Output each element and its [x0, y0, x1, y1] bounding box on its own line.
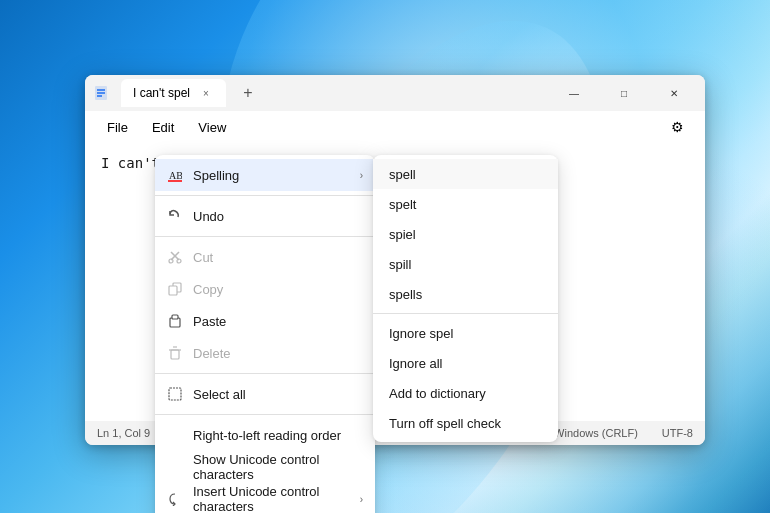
ctx-select-all[interactable]: Select all — [155, 378, 375, 410]
undo-icon — [167, 208, 183, 224]
ctx-copy-label: Copy — [193, 282, 223, 297]
ctx-rtl-label: Right-to-left reading order — [193, 428, 341, 443]
ctx-cut-label: Cut — [193, 250, 213, 265]
paste-icon — [167, 313, 183, 329]
encoding: UTF-8 — [662, 427, 693, 439]
maximize-button[interactable]: □ — [601, 77, 647, 109]
menu-bar: File Edit View ⚙ — [85, 111, 705, 143]
notepad-app-icon — [93, 85, 109, 101]
spelling-suggestion-spelt[interactable]: spelt — [373, 189, 558, 219]
cut-icon — [167, 249, 183, 265]
svg-rect-17 — [169, 388, 181, 400]
window-controls: — □ ✕ — [551, 77, 697, 109]
ctx-spelling-label: Spelling — [193, 168, 239, 183]
spelling-suggestion-spells[interactable]: spells — [373, 279, 558, 309]
menu-edit[interactable]: Edit — [142, 116, 184, 139]
close-button[interactable]: ✕ — [651, 77, 697, 109]
title-bar-left: I can't spel × + — [93, 79, 551, 107]
spelling-submenu-arrow: › — [360, 170, 363, 181]
copy-icon — [167, 281, 183, 297]
svg-rect-13 — [172, 315, 178, 319]
svg-rect-11 — [169, 286, 177, 295]
ctx-copy: Copy — [155, 273, 375, 305]
spelling-suggestion-spill[interactable]: spill — [373, 249, 558, 279]
menu-items: File Edit View — [97, 116, 236, 139]
spelling-ignore-spel[interactable]: Ignore spel — [373, 318, 558, 348]
tab-close-button[interactable]: × — [198, 85, 214, 101]
ctx-separator-3 — [155, 373, 375, 374]
tab-title: I can't spel — [133, 86, 190, 100]
ctx-unicode-insert[interactable]: Insert Unicode control characters › — [155, 483, 375, 513]
context-menu: ABC Spelling › Undo Cut — [155, 155, 375, 513]
ctx-separator-2 — [155, 236, 375, 237]
delete-icon — [167, 345, 183, 361]
menu-file[interactable]: File — [97, 116, 138, 139]
ctx-separator-1 — [155, 195, 375, 196]
title-bar: I can't spel × + — □ ✕ — [85, 75, 705, 111]
svg-text:ABC: ABC — [169, 170, 182, 181]
ctx-paste-label: Paste — [193, 314, 226, 329]
unicode-insert-icon — [167, 491, 183, 507]
cursor-position: Ln 1, Col 9 — [97, 427, 150, 439]
settings-button[interactable]: ⚙ — [661, 111, 693, 143]
ctx-spelling[interactable]: ABC Spelling › — [155, 159, 375, 191]
ctx-undo[interactable]: Undo — [155, 200, 375, 232]
spelling-add-to-dict[interactable]: Add to dictionary — [373, 378, 558, 408]
ctx-delete: Delete — [155, 337, 375, 369]
line-ending: Windows (CRLF) — [554, 427, 638, 439]
spelling-suggestion-spell[interactable]: spell — [373, 159, 558, 189]
spelling-turn-off[interactable]: Turn off spell check — [373, 408, 558, 438]
unicode-show-icon — [167, 459, 183, 475]
ctx-paste[interactable]: Paste — [155, 305, 375, 337]
spelling-suggestion-spiel[interactable]: spiel — [373, 219, 558, 249]
ctx-cut: Cut — [155, 241, 375, 273]
spelling-submenu: spell spelt spiel spill spells Ignore sp… — [373, 155, 558, 442]
spelling-icon: ABC — [167, 167, 183, 183]
svg-rect-14 — [171, 350, 179, 359]
ctx-rtl[interactable]: Right-to-left reading order — [155, 419, 375, 451]
ctx-separator-4 — [155, 414, 375, 415]
active-tab[interactable]: I can't spel × — [121, 79, 226, 107]
select-all-icon — [167, 386, 183, 402]
new-tab-button[interactable]: + — [234, 79, 262, 107]
spelling-ignore-all[interactable]: Ignore all — [373, 348, 558, 378]
ctx-unicode-insert-label: Insert Unicode control characters — [193, 484, 350, 513]
ctx-delete-label: Delete — [193, 346, 231, 361]
ctx-unicode-show-label: Show Unicode control characters — [193, 452, 363, 482]
menu-view[interactable]: View — [188, 116, 236, 139]
ctx-select-all-label: Select all — [193, 387, 246, 402]
minimize-button[interactable]: — — [551, 77, 597, 109]
unicode-insert-arrow: › — [360, 494, 363, 505]
rtl-icon — [167, 427, 183, 443]
spell-separator-1 — [373, 313, 558, 314]
ctx-unicode-show[interactable]: Show Unicode control characters — [155, 451, 375, 483]
ctx-undo-label: Undo — [193, 209, 224, 224]
